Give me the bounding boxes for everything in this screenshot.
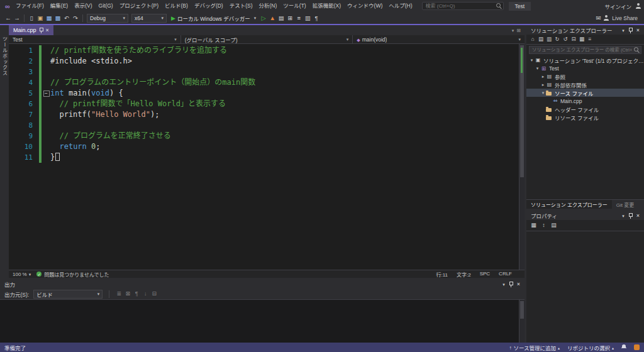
tree-item[interactable]: Main.cpp	[526, 97, 644, 105]
forward-icon[interactable]: →	[13, 13, 21, 23]
home-icon[interactable]: ⌂	[529, 35, 536, 43]
find-message-icon[interactable]: ≣	[114, 289, 123, 299]
menu-item[interactable]: 分析(N)	[256, 0, 280, 12]
tab-close-icon[interactable]	[46, 27, 49, 33]
expander-icon[interactable]: ▾	[540, 91, 546, 96]
eol-indicator[interactable]: CRLF	[499, 271, 512, 278]
refresh-icon[interactable]: ↺	[562, 35, 569, 43]
feedback-icon[interactable]: ✉	[594, 13, 602, 23]
platform-select[interactable]: x64	[131, 14, 167, 23]
autoscroll-icon[interactable]: ↓	[141, 289, 150, 299]
close-icon[interactable]	[636, 27, 640, 33]
search-icon[interactable]	[496, 3, 502, 9]
menu-item[interactable]: テスト(S)	[226, 0, 256, 12]
hot-reload-icon[interactable]: ▲	[268, 13, 277, 23]
pin-icon[interactable]	[628, 27, 633, 33]
pending-changes-icon[interactable]: ▥	[545, 35, 553, 43]
add-source-control-button[interactable]: ソース管理に追加	[509, 344, 560, 351]
property-pages-icon[interactable]: ▤	[550, 221, 558, 229]
solution-explorer-header[interactable]: ソリューション エクスプローラー	[526, 25, 644, 35]
code-line[interactable]: 5int main(void) {	[9, 88, 525, 99]
menu-item[interactable]: 表示(V)	[71, 0, 95, 12]
switch-views-icon[interactable]: ▤	[537, 35, 545, 43]
categorized-icon[interactable]: ▦	[530, 221, 538, 229]
sync-active-document-icon[interactable]: ↻	[553, 35, 561, 43]
panel-tab[interactable]: ソリューション エクスプローラー	[526, 200, 612, 209]
menu-item[interactable]: ビルド(B)	[162, 0, 191, 12]
tab-main-cpp[interactable]: Main.cpp	[9, 25, 53, 35]
menu-item[interactable]: デバッグ(D)	[191, 0, 226, 12]
window-position-icon[interactable]	[502, 281, 505, 287]
window-position-icon[interactable]	[622, 27, 625, 33]
panel-tab[interactable]: Git 変更	[612, 200, 638, 209]
format-icon[interactable]: ▥	[303, 13, 312, 23]
tab-pin-icon[interactable]	[39, 27, 43, 33]
output-content[interactable]	[0, 300, 525, 343]
active-files-dropdown-icon[interactable]	[512, 27, 514, 33]
menu-item[interactable]: 拡張機能(X)	[309, 0, 344, 12]
code-line[interactable]: 7 printf("Hello World");	[9, 109, 525, 120]
whitespace-indicator[interactable]: SPC	[480, 271, 490, 278]
start-without-debugging-icon[interactable]: ▷	[259, 13, 268, 23]
menu-item[interactable]: ヘルプ(H)	[386, 0, 415, 12]
line-indicator[interactable]: 行:11	[436, 271, 448, 278]
tree-item[interactable]: ▾Test	[526, 64, 644, 72]
code-line[interactable]: 9 // プログラムを正常終了させる	[9, 131, 525, 141]
expander-icon[interactable]: ▾	[535, 66, 540, 71]
pin-icon[interactable]	[509, 281, 513, 287]
document-health-indicator[interactable]: 問題は見つかりませんでした	[36, 271, 109, 278]
code-line[interactable]: 6 // printf関数で「Hello World」と表示する	[9, 99, 525, 109]
code-line[interactable]: 11}	[9, 152, 525, 163]
close-icon[interactable]	[517, 281, 520, 287]
tree-item[interactable]: リソース ファイル	[526, 113, 644, 121]
feedback-badge-icon[interactable]	[634, 344, 640, 350]
notifications-bell-icon[interactable]	[621, 344, 626, 350]
word-wrap-icon[interactable]: ¶	[132, 289, 141, 299]
undo-icon[interactable]: ↶	[62, 13, 71, 23]
code-line[interactable]: 4// プログラムのエントリーポイント（開始点）のmain関数	[9, 77, 525, 88]
open-folder-icon[interactable]: ▣	[36, 13, 45, 23]
zoom-control[interactable]: 100 %	[13, 272, 31, 277]
breakpoints-icon[interactable]: ⊞	[286, 13, 294, 23]
column-indicator[interactable]: 文字:2	[457, 271, 471, 278]
code-line[interactable]: 3	[9, 67, 525, 77]
properties-header[interactable]: プロパティ	[526, 211, 644, 220]
tree-item[interactable]: ▾ソリューション 'Test' (1/1 のプロジェクト)	[526, 56, 644, 64]
live-share-button[interactable]: Live Share	[603, 15, 638, 21]
redo-icon[interactable]: ↷	[71, 13, 80, 23]
menu-item[interactable]: ファイル(F)	[13, 0, 47, 12]
code-line[interactable]: 10 return 0;	[9, 141, 525, 152]
window-layout-icon[interactable]	[516, 27, 521, 33]
launch-profile-button[interactable]: Test	[509, 2, 531, 11]
build-icon[interactable]: ▤	[277, 13, 286, 23]
menu-item[interactable]: ウィンドウ(W)	[344, 0, 386, 12]
collapse-all-icon[interactable]: ⊟	[570, 35, 577, 43]
fold-collapse-icon[interactable]	[42, 88, 50, 99]
comment-icon[interactable]: ¶	[312, 13, 321, 23]
code-line[interactable]: 1// printf関数を使うためのライブラリを追加する	[9, 45, 525, 56]
output-panel-header[interactable]: 出力	[0, 279, 525, 289]
menu-item[interactable]: Git(G)	[96, 0, 116, 12]
expander-icon[interactable]: ▾	[529, 58, 535, 63]
menu-item[interactable]: プロジェクト(P)	[116, 0, 162, 12]
pin-output-icon[interactable]: ⊟	[150, 289, 158, 299]
expander-icon[interactable]: ▸	[540, 74, 546, 79]
sign-in-button[interactable]: サインイン	[604, 3, 631, 10]
code-line[interactable]: 2#include <stdio.h>	[9, 56, 525, 67]
tree-item[interactable]: ▸外部依存関係	[526, 80, 644, 89]
output-scrollbar[interactable]	[519, 300, 525, 343]
properties-icon[interactable]: ≡	[586, 35, 594, 43]
navigate-icon[interactable]: ≡	[294, 13, 303, 23]
alphabetical-icon[interactable]: ↕	[540, 221, 548, 229]
select-repository-button[interactable]: リポジトリの選択	[567, 344, 614, 351]
tree-item[interactable]: ▸参照	[526, 72, 644, 80]
save-icon[interactable]: ▦	[45, 13, 53, 23]
solution-search-input[interactable]	[529, 46, 641, 54]
search-icon[interactable]	[634, 47, 640, 53]
navbar-scope-dropdown[interactable]: (グローバル スコープ)	[181, 35, 353, 43]
vs-logo-icon[interactable]	[3, 3, 13, 10]
show-all-files-icon[interactable]: ▦	[578, 35, 586, 43]
menu-item[interactable]: 編集(E)	[47, 0, 71, 12]
back-icon[interactable]: ←	[4, 13, 13, 23]
code-line[interactable]: 8	[9, 120, 525, 131]
